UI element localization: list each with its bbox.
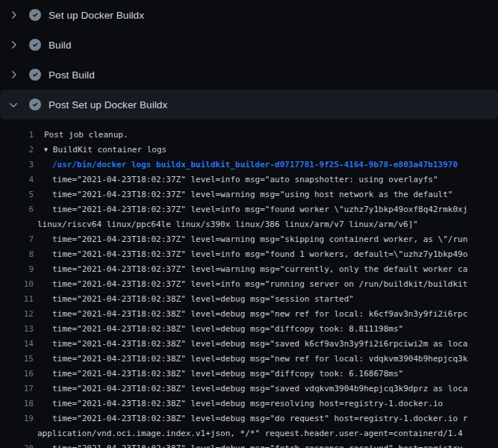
log-line-text: time="2021-04-23T18:02:37Z" level=warnin… [34,264,467,274]
log-line-text: time="2021-04-23T18:02:38Z" level=debug … [34,414,467,423]
log-line-number[interactable]: 8 [0,249,34,259]
log-line: 20time="2021-04-23T18:02:38Z" level=debu… [0,441,498,448]
log-line-number[interactable]: 15 [0,354,34,364]
log-line: linux/riscv64 linux/ppc64le linux/s390x … [0,217,498,231]
log-line-number[interactable]: 10 [0,279,34,289]
check-circle-icon [29,99,41,111]
step-label: Set up Docker Buildx [49,10,144,21]
log-line-text: time="2021-04-23T18:02:37Z" level=info m… [34,279,467,289]
log-line-text: application/vnd.oci.image.index.v1+json,… [34,429,463,438]
check-circle-icon [29,39,41,51]
chevron-right-icon[interactable] [7,69,19,81]
check-circle-icon [29,69,41,81]
log-line: 18time="2021-04-23T18:02:38Z" level=debu… [0,396,498,411]
log-line-number[interactable]: 1 [0,130,34,140]
step-log-area: 1Post job cleanup.2▼BuildKit container l… [0,119,498,448]
log-line-number[interactable]: 12 [0,309,34,319]
log-line-text: linux/riscv64 linux/ppc64le linux/s390x … [34,220,418,229]
job-steps-list: Set up Docker BuildxBuildPost BuildPost … [0,0,498,119]
log-line: 15time="2021-04-23T18:02:38Z" level=debu… [0,351,498,366]
log-line-number[interactable]: 18 [0,399,34,408]
step-label: Post Set up Docker Buildx [49,99,167,111]
log-line-number[interactable]: 20 [0,444,34,448]
log-line-text: time="2021-04-23T18:02:37Z" level=warnin… [34,190,452,199]
log-line: 5time="2021-04-23T18:02:37Z" level=warni… [0,187,498,202]
log-line: 12time="2021-04-23T18:02:38Z" level=debu… [0,306,498,321]
log-line-number[interactable]: 16 [0,369,34,379]
log-line: application/vnd.oci.image.index.v1+json,… [0,426,498,441]
log-line-number[interactable]: 9 [0,264,34,274]
log-line-number[interactable]: 17 [0,384,34,393]
group-collapse-triangle-icon[interactable]: ▼ [44,146,48,153]
log-line-text: time="2021-04-23T18:02:38Z" level=debug … [34,399,443,408]
log-line-text: time="2021-04-23T18:02:38Z" level=debug … [34,369,403,379]
step-row-post-set-up-docker-buildx[interactable]: Post Set up Docker Buildx [0,90,498,119]
log-line: 17time="2021-04-23T18:02:38Z" level=debu… [0,381,498,396]
log-line: 13time="2021-04-23T18:02:38Z" level=debu… [0,321,498,336]
check-circle-icon [29,9,41,21]
log-line: 11time="2021-04-23T18:02:38Z" level=debu… [0,291,498,306]
log-line-text: time="2021-04-23T18:02:38Z" level=debug … [34,354,467,364]
chevron-right-icon[interactable] [7,39,19,51]
log-line-text: time="2021-04-23T18:02:37Z" level=warnin… [34,234,467,244]
log-line: 3/usr/bin/docker logs buildx_buildkit_bu… [0,157,498,172]
log-line: 8time="2021-04-23T18:02:37Z" level=info … [0,246,498,261]
log-line-text: time="2021-04-23T18:02:37Z" level=info m… [34,249,467,259]
log-line-text: time="2021-04-23T18:02:38Z" level=debug … [34,339,467,349]
log-line-number[interactable]: 6 [0,205,34,214]
step-row-post-build[interactable]: Post Build [0,60,498,90]
log-line-number[interactable]: 19 [0,414,34,423]
log-line-text: time="2021-04-23T18:02:38Z" level=debug … [34,324,403,334]
log-line: 6time="2021-04-23T18:02:37Z" level=info … [0,202,498,217]
log-group-title[interactable]: BuildKit container logs [53,145,166,155]
log-line: 10time="2021-04-23T18:02:37Z" level=info… [0,276,498,291]
step-label: Post Build [49,69,95,81]
log-line: 16time="2021-04-23T18:02:38Z" level=debu… [0,366,498,381]
chevron-down-icon[interactable] [7,99,19,111]
log-line-number[interactable]: 11 [0,294,34,304]
log-line-text: time="2021-04-23T18:02:38Z" level=debug … [34,444,467,448]
log-line-text: time="2021-04-23T18:02:37Z" level=info m… [34,205,467,214]
log-line-number[interactable]: 5 [0,190,34,199]
log-line: 4time="2021-04-23T18:02:37Z" level=info … [0,172,498,187]
step-label: Build [49,40,72,51]
log-line: 7time="2021-04-23T18:02:37Z" level=warni… [0,231,498,246]
step-row-build[interactable]: Build [0,30,498,60]
log-line: 2▼BuildKit container logs [0,142,498,157]
log-line-text: time="2021-04-23T18:02:38Z" level=debug … [34,384,467,393]
log-line-text: time="2021-04-23T18:02:38Z" level=debug … [34,294,354,304]
log-line: 14time="2021-04-23T18:02:38Z" level=debu… [0,336,498,351]
log-line-number[interactable]: 2 [0,145,34,155]
log-line: 19time="2021-04-23T18:02:38Z" level=debu… [0,411,498,426]
log-line-number[interactable]: 3 [0,160,34,169]
log-line-number[interactable]: 4 [0,175,34,184]
chevron-right-icon[interactable] [7,9,19,21]
log-line-text: time="2021-04-23T18:02:37Z" level=info m… [34,175,438,184]
step-row-set-up-docker-buildx[interactable]: Set up Docker Buildx [0,0,498,30]
log-line-number[interactable]: 7 [0,234,34,244]
log-line-text: Post job cleanup. [34,130,128,140]
log-command-text: /usr/bin/docker logs buildx_buildkit_bui… [34,160,458,169]
log-line-number[interactable]: 14 [0,339,34,349]
log-line: 9time="2021-04-23T18:02:37Z" level=warni… [0,261,498,276]
log-line-text: time="2021-04-23T18:02:38Z" level=debug … [34,309,467,319]
log-line: 1Post job cleanup. [0,127,498,142]
log-line-number[interactable]: 13 [0,324,34,334]
